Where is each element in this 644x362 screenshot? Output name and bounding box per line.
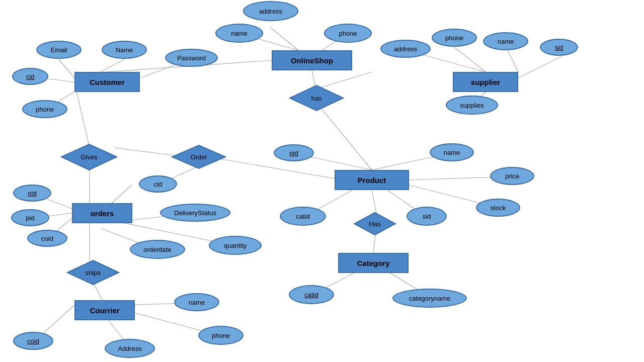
attr-phone-cust: phone <box>22 100 67 118</box>
svg-line-10 <box>59 59 74 78</box>
rel-ships[interactable]: ships <box>66 259 120 286</box>
attr-cid: cid <box>12 68 48 85</box>
attr-sid-supplier: sid <box>540 39 578 56</box>
attr-name-cust: Name <box>102 41 147 59</box>
attr-address-courrier: Address <box>105 339 155 358</box>
attr-phone-courrier: phone <box>198 326 244 345</box>
entity-courrier[interactable]: Courrier <box>74 300 135 320</box>
attr-coid-courrier: coid <box>13 332 53 350</box>
attr-stock: stock <box>476 199 520 217</box>
svg-line-11 <box>101 59 124 72</box>
svg-line-17 <box>316 102 372 170</box>
er-diagram: OnlineShop Customer supplier Product ord… <box>0 0 644 362</box>
attr-coid-ord: coid <box>27 230 67 247</box>
attr-deliverystatus: DeliveryStatus <box>160 204 230 222</box>
rel-order[interactable]: Order <box>171 144 226 169</box>
attr-catid-prod: catid <box>280 207 326 226</box>
svg-line-22 <box>372 190 376 213</box>
attr-oid: oid <box>13 185 51 202</box>
svg-line-5 <box>454 47 486 72</box>
attr-name-courrier: name <box>174 293 219 311</box>
entity-orders[interactable]: orders <box>72 203 132 223</box>
attr-pid: pid <box>274 144 314 161</box>
attr-sid-prod: sid <box>407 207 447 226</box>
entity-onlineshop[interactable]: OnlineShop <box>272 50 352 70</box>
attr-phone-supplier: phone <box>432 29 477 47</box>
attr-orderdate: orderdate <box>130 240 185 259</box>
attr-name-supplier: name <box>483 32 528 50</box>
attr-price: price <box>490 167 534 185</box>
attr-categoryname: categoryname <box>392 289 467 308</box>
attr-address-supplier: address <box>380 40 431 58</box>
svg-line-8 <box>518 56 561 78</box>
svg-line-29 <box>115 148 174 155</box>
attr-name-prod: name <box>430 143 474 161</box>
attr-catid-cat: catid <box>289 285 334 304</box>
svg-line-7 <box>508 50 518 72</box>
entity-customer[interactable]: Customer <box>74 72 140 92</box>
attr-email: Email <box>36 41 82 59</box>
rel-has-prod[interactable]: Has <box>353 212 396 236</box>
attr-address-top: address <box>243 1 298 21</box>
entity-supplier[interactable]: supplier <box>453 72 518 92</box>
attr-pid-ord: pid <box>11 209 49 226</box>
rel-gives[interactable]: Gives <box>60 143 118 171</box>
attr-cid-ord: cid <box>139 175 177 193</box>
entity-category[interactable]: Category <box>338 253 409 273</box>
attr-quantity: quantity <box>209 236 262 255</box>
attr-phone-top: phone <box>324 24 372 43</box>
attr-name-top: name <box>215 24 263 43</box>
entity-product[interactable]: Product <box>335 170 409 190</box>
rel-has-top[interactable]: has <box>289 84 344 112</box>
attr-supplies: supplies <box>446 96 498 115</box>
svg-line-0 <box>271 28 298 50</box>
attr-password: Password <box>165 49 218 67</box>
